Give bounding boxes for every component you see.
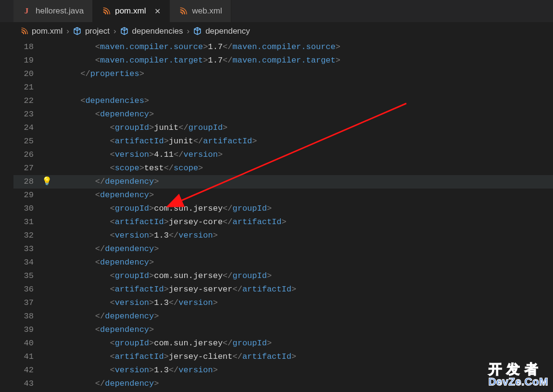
fold-gutter-cell[interactable]	[42, 54, 51, 67]
close-icon[interactable]: ✕	[151, 7, 161, 16]
fold-gutter-cell[interactable]	[42, 40, 51, 54]
fold-gutter-cell[interactable]	[42, 364, 51, 377]
fold-gutter-cell[interactable]	[42, 269, 51, 283]
code-line[interactable]: <artifactId>jersey-server</artifactId>	[51, 283, 553, 296]
fold-gutter-cell[interactable]	[42, 81, 51, 94]
fold-gutter-cell[interactable]	[42, 121, 51, 135]
code-line[interactable]: </dependency>	[51, 310, 553, 323]
fold-gutter-cell[interactable]	[42, 337, 51, 350]
line-number[interactable]: 41	[13, 350, 34, 364]
tab-label: pom.xml	[115, 6, 146, 16]
breadcrumb-item[interactable]: dependency	[193, 26, 250, 36]
code-line[interactable]: <dependency>	[51, 323, 553, 337]
code-line[interactable]: <dependencies>	[51, 94, 553, 108]
line-number[interactable]: 31	[13, 215, 34, 229]
fold-column[interactable]: 💡	[42, 40, 51, 392]
code-line[interactable]: <dependency>	[51, 189, 553, 202]
line-number[interactable]: 40	[13, 337, 34, 350]
code-line[interactable]: <maven.compiler.target>1.7</maven.compil…	[51, 54, 553, 67]
java-file-icon: J	[22, 7, 31, 15]
code-line[interactable]: <artifactId>junit</artifactId>	[51, 135, 553, 148]
fold-gutter-cell[interactable]: 💡	[42, 175, 51, 189]
line-number[interactable]: 34	[13, 256, 34, 269]
tab-pom-xml[interactable]: pom.xml✕	[93, 0, 170, 22]
line-number[interactable]: 29	[13, 189, 34, 202]
line-number[interactable]: 42	[13, 364, 34, 377]
fold-gutter-cell[interactable]	[42, 283, 51, 296]
code-line[interactable]: <version>1.3</version>	[51, 296, 553, 310]
code-line[interactable]: <scope>test</scope>	[51, 162, 553, 175]
fold-gutter-cell[interactable]	[42, 377, 51, 391]
line-number[interactable]: 26	[13, 148, 34, 162]
code-line[interactable]: </dependency>	[51, 377, 553, 391]
lightbulb-icon[interactable]: 💡	[42, 175, 51, 189]
fold-gutter-cell[interactable]	[42, 67, 51, 81]
line-number[interactable]: 28	[13, 175, 34, 189]
code-line[interactable]: </dependency>	[51, 242, 553, 256]
tab-hellorest-java[interactable]: Jhellorest.java	[13, 0, 93, 22]
code-line[interactable]: <groupId>com.sun.jersey</groupId>	[51, 269, 553, 283]
line-number[interactable]: 27	[13, 162, 34, 175]
code-line[interactable]	[51, 81, 553, 94]
code-line[interactable]: <dependency>	[51, 256, 553, 269]
line-number[interactable]: 19	[13, 54, 34, 67]
breadcrumb-separator: ›	[187, 26, 189, 36]
fold-gutter-cell[interactable]	[42, 108, 51, 121]
code-area[interactable]: <maven.compiler.source>1.7</maven.compil…	[51, 40, 553, 392]
package-icon	[193, 27, 201, 35]
breadcrumb-item[interactable]: dependencies	[120, 26, 183, 36]
line-number[interactable]: 32	[13, 229, 34, 242]
breadcrumb-item[interactable]: project	[73, 26, 110, 36]
fold-gutter-cell[interactable]	[42, 256, 51, 269]
code-line[interactable]: <dependency>	[51, 108, 553, 121]
code-line[interactable]: <version>1.3</version>	[51, 364, 553, 377]
line-number[interactable]: 23	[13, 108, 34, 121]
code-line[interactable]: </dependency>	[51, 175, 553, 189]
code-line[interactable]: <artifactId>jersey-core</artifactId>	[51, 215, 553, 229]
line-number[interactable]: 38	[13, 310, 34, 323]
fold-gutter-cell[interactable]	[42, 229, 51, 242]
fold-gutter-cell[interactable]	[42, 135, 51, 148]
line-number[interactable]: 25	[13, 135, 34, 148]
tab-web-xml[interactable]: web.xml	[170, 0, 231, 22]
breadcrumb-item[interactable]: pom.xml	[19, 26, 63, 36]
code-line[interactable]: <groupId>com.sun.jersey</groupId>	[51, 337, 553, 350]
code-line[interactable]: <groupId>com.sun.jersey</groupId>	[51, 202, 553, 215]
line-number[interactable]: 24	[13, 121, 34, 135]
line-number[interactable]: 30	[13, 202, 34, 215]
tab-label: hellorest.java	[36, 6, 84, 16]
line-number[interactable]: 18	[13, 40, 34, 54]
xml-file-icon	[178, 7, 187, 15]
line-number[interactable]: 36	[13, 283, 34, 296]
fold-gutter-cell[interactable]	[42, 189, 51, 202]
line-number[interactable]: 43	[13, 377, 34, 391]
package-icon	[120, 27, 128, 35]
code-line[interactable]: <version>1.3</version>	[51, 229, 553, 242]
line-number-gutter[interactable]: 1819202122232425262728293031323334353637…	[13, 40, 42, 392]
code-line[interactable]: </properties>	[51, 67, 553, 81]
line-number[interactable]: 20	[13, 67, 34, 81]
fold-gutter-cell[interactable]	[42, 310, 51, 323]
fold-gutter-cell[interactable]	[42, 296, 51, 310]
fold-gutter-cell[interactable]	[42, 323, 51, 337]
line-number[interactable]: 37	[13, 296, 34, 310]
fold-gutter-cell[interactable]	[42, 215, 51, 229]
code-line[interactable]: <groupId>junit</groupId>	[51, 121, 553, 135]
code-line[interactable]: <artifactId>jersey-client</artifactId>	[51, 350, 553, 364]
breadcrumb-label: dependency	[205, 26, 250, 36]
fold-gutter-cell[interactable]	[42, 242, 51, 256]
xml-file-icon	[101, 7, 110, 15]
line-number[interactable]: 33	[13, 242, 34, 256]
fold-gutter-cell[interactable]	[42, 148, 51, 162]
fold-gutter-cell[interactable]	[42, 202, 51, 215]
fold-gutter-cell[interactable]	[42, 162, 51, 175]
fold-gutter-cell[interactable]	[42, 350, 51, 364]
line-number[interactable]: 35	[13, 269, 34, 283]
editor[interactable]: 1819202122232425262728293031323334353637…	[0, 40, 553, 392]
fold-gutter-cell[interactable]	[42, 94, 51, 108]
line-number[interactable]: 21	[13, 81, 34, 94]
code-line[interactable]: <version>4.11</version>	[51, 148, 553, 162]
line-number[interactable]: 39	[13, 323, 34, 337]
code-line[interactable]: <maven.compiler.source>1.7</maven.compil…	[51, 40, 553, 54]
line-number[interactable]: 22	[13, 94, 34, 108]
